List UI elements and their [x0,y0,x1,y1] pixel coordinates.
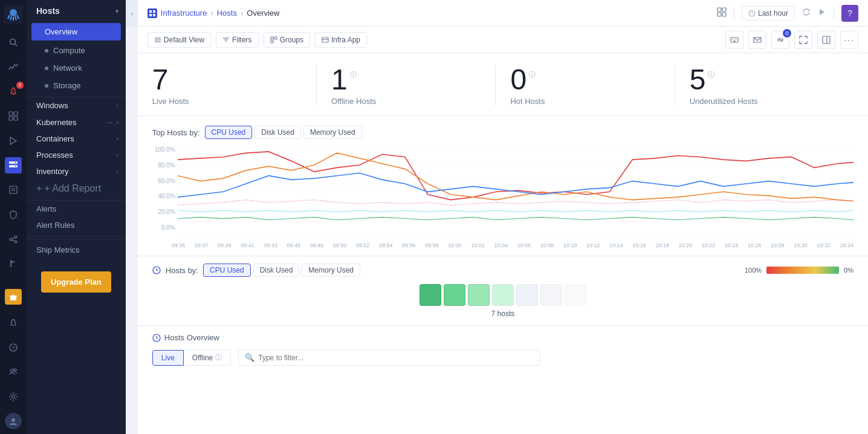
svg-rect-6 [9,117,13,120]
svg-rect-30 [153,10,155,13]
sidebar-windows[interactable]: Windows › [27,97,126,114]
default-view-btn[interactable]: Default View [147,32,211,48]
upgrade-plan-button[interactable]: Upgrade Plan [41,271,111,293]
tab-memory-used-heatmap[interactable]: Memory Used [302,264,360,277]
last-hour-label: Last hour [758,9,788,18]
events-nav-icon[interactable] [5,132,22,149]
filter-text-input[interactable] [258,354,534,362]
filters-label: Filters [232,36,252,44]
x-09-54: 09:54 [379,242,393,248]
tab-memory-used-top[interactable]: Memory Used [303,126,362,139]
play-icon[interactable] [818,8,826,18]
svg-point-25 [11,369,14,372]
x-10-08: 10:08 [540,242,554,248]
heatmap-box-4[interactable] [516,284,538,306]
refresh-icon[interactable] [802,8,811,18]
sidebar-item-storage[interactable]: Storage [27,77,126,94]
containers-arrow: › [116,135,118,142]
settings-nav-icon[interactable] [5,389,22,405]
keyboard-icon-btn[interactable] [725,31,743,49]
svg-point-16 [15,236,17,238]
live-hosts-number: 7 [152,65,302,94]
live-button[interactable]: Live [152,350,184,366]
help-button[interactable]: ? [841,5,858,22]
svg-rect-49 [274,37,277,39]
svg-line-73 [157,338,158,338]
x-09-35: 09:35 [172,242,186,248]
gift-nav-icon[interactable] [5,289,22,305]
heatmap-gradient-bar [766,267,839,274]
stat-underutilized-hosts[interactable]: 5 ⓘ Underutilized Hosts [675,65,853,106]
offline-button[interactable]: Offline ⓘ [184,349,231,366]
link-icon-btn[interactable]: 0 [771,31,789,49]
sidebar-ship-metrics[interactable]: Ship Metrics [27,239,126,261]
inventory-label: Inventory [36,167,68,176]
heatmap-box-1[interactable] [444,284,465,306]
heatmap-box-5[interactable] [540,284,562,306]
tab-disk-used-top[interactable]: Disk Used [254,126,301,139]
stat-live-hosts[interactable]: 7 Live Hosts [152,65,316,106]
svg-rect-32 [153,14,155,16]
filter-input-container: 🔍 [238,349,540,366]
search-nav-icon[interactable] [5,34,22,51]
breadcrumb-hosts[interactable]: Hosts [217,8,237,18]
stat-offline-hosts[interactable]: 1 ⓘ Offline Hosts [316,65,495,106]
logs-nav-icon[interactable] [5,182,22,198]
underutilized-number: 5 [690,65,706,94]
tab-disk-used-heatmap[interactable]: Disk Used [253,264,300,277]
alerts-nav-icon[interactable]: 2 [5,83,22,100]
stat-hot-hosts[interactable]: 0 ⓘ Hot Hosts [495,65,674,106]
groups-btn[interactable]: Groups [264,32,310,48]
sidebar-item-compute[interactable]: Compute [27,42,126,59]
breadcrumb-infra[interactable]: Infrastructure [161,8,207,18]
more-icon-btn[interactable]: ··· [840,31,858,49]
heatmap-box-3[interactable] [492,284,514,306]
bell-nav-icon[interactable] [5,314,22,331]
layout-icon-btn[interactable] [817,31,835,49]
avatar-nav-icon[interactable] [5,413,22,429]
infra-nav-icon[interactable] [5,157,22,173]
filters-btn[interactable]: Filters [216,32,259,48]
flag-nav-icon[interactable] [5,256,22,272]
help-nav-icon[interactable]: ? [5,339,22,355]
app-logo[interactable] [4,5,23,24]
heatmap-box-0[interactable] [419,284,441,306]
more-dots: ··· [844,35,855,45]
sidebar-item-overview[interactable]: Overview [31,23,121,40]
underutilized-label: Underutilized Hosts [690,97,839,106]
heatmap-box-2[interactable] [468,284,490,306]
security-nav-icon[interactable] [5,207,22,223]
x-09-58: 09:58 [425,242,439,248]
add-report-label: + Add Report [44,183,101,194]
sidebar-kubernetes[interactable]: Kubernetes ··· › [27,114,126,131]
svg-point-15 [10,238,12,241]
tab-cpu-used-heatmap[interactable]: CPU Used [203,264,251,277]
y-label-20: 20.0% [152,209,175,215]
mail-icon-btn[interactable] [748,31,766,49]
sidebar-item-network[interactable]: Network [27,59,126,77]
tab-cpu-used-top[interactable]: CPU Used [205,126,253,139]
sidebar-processes[interactable]: Processes › [27,147,126,163]
y-label-40: 40.0% [152,193,175,199]
heatmap-box-6[interactable] [565,284,586,306]
infra-app-btn[interactable]: Infra App [315,32,367,48]
hosts-nav-header[interactable]: Hosts ▾ [27,0,126,22]
add-report-btn[interactable]: + + Add Report [27,180,126,198]
last-hour-btn[interactable]: Last hour [742,6,795,21]
offline-info-icon: ⓘ [350,70,357,79]
sidebar-collapse-btn[interactable]: ‹ [126,0,138,27]
dashboards-nav-icon[interactable] [5,108,22,125]
heatmap-header: Hosts by: CPU Used Disk Used Memory Used… [152,264,853,277]
team-nav-icon[interactable] [5,364,22,380]
integrations-nav-icon[interactable] [5,231,22,247]
sidebar-containers[interactable]: Containers › [27,131,126,147]
grid-icon[interactable] [717,7,727,19]
top-hosts-label: Top Hosts by: [152,128,200,137]
sidebar-inventory[interactable]: Inventory › [27,163,126,180]
fullscreen-icon-btn[interactable] [794,31,812,49]
svg-line-70 [157,270,158,271]
kubernetes-dots[interactable]: ··· [106,117,113,127]
apm-nav-icon[interactable] [5,59,22,75]
sidebar-alert-rules[interactable]: Alert Rules [27,217,126,233]
sidebar-alerts[interactable]: Alerts [27,201,126,217]
